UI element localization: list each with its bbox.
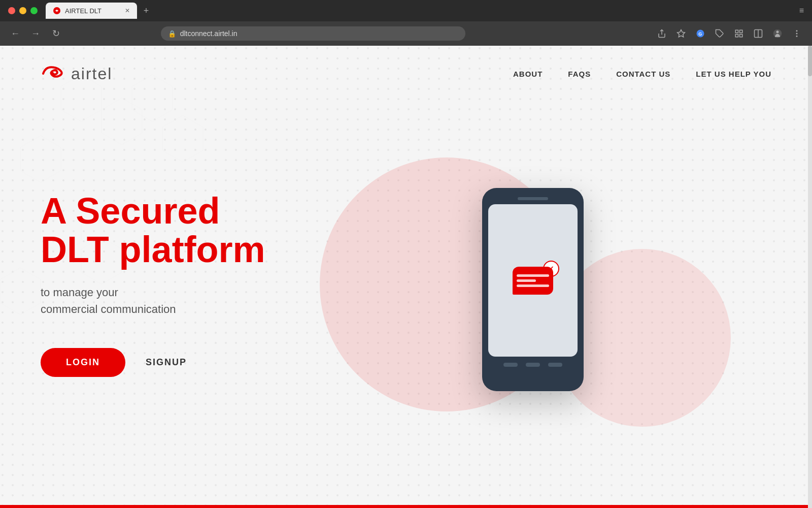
phone-outer: ✓ bbox=[482, 188, 584, 391]
forward-button[interactable]: → bbox=[28, 26, 43, 41]
hero-section: A Secured DLT platform to manage your co… bbox=[0, 102, 812, 457]
svg-rect-7 bbox=[739, 30, 742, 33]
phone-btn-2 bbox=[526, 363, 540, 367]
extension-g-icon[interactable]: G bbox=[693, 26, 707, 41]
minimize-button[interactable] bbox=[19, 7, 26, 14]
svg-point-13 bbox=[776, 30, 779, 33]
share-icon[interactable] bbox=[655, 26, 669, 41]
phone-screen: ✓ bbox=[488, 204, 578, 357]
phone-bottom-buttons bbox=[488, 363, 578, 367]
new-tab-icon: + bbox=[144, 6, 149, 16]
browser-actions: G bbox=[655, 26, 804, 41]
reload-icon: ↻ bbox=[52, 28, 60, 39]
lock-icon: 🔒 bbox=[168, 30, 176, 38]
message-icon-group: ✓ bbox=[513, 267, 553, 295]
hero-content: A Secured DLT platform to manage your co… bbox=[41, 192, 294, 377]
svg-rect-9 bbox=[739, 35, 742, 37]
hero-subtitle: to manage your commercial communication bbox=[41, 284, 294, 318]
svg-marker-2 bbox=[677, 30, 685, 37]
address-bar-input-wrap[interactable]: 🔒 dltconnect.airtel.in bbox=[161, 26, 465, 41]
hero-title-line1: A Secured bbox=[41, 190, 220, 231]
nav-faqs[interactable]: FAQs bbox=[568, 70, 591, 78]
logo-text: airtel bbox=[71, 65, 112, 83]
hero-visual: ✓ bbox=[294, 132, 771, 437]
msg-line-1 bbox=[517, 274, 549, 277]
tab-list-icon: ≡ bbox=[799, 6, 804, 15]
browser-chrome: AIRTEL DLT ✕ + ≡ ← → ↻ 🔒 dltconnect.airt… bbox=[0, 0, 812, 46]
site-nav: ABOUT FAQs CONTACT US LET US HELP YOU bbox=[513, 70, 771, 78]
phone-speaker bbox=[518, 197, 548, 200]
msg-line-3 bbox=[517, 284, 549, 287]
svg-text:G: G bbox=[698, 31, 702, 37]
phone-icon-wrap: ✓ bbox=[513, 267, 553, 295]
red-bottom-bar bbox=[0, 505, 812, 508]
nav-contact-us[interactable]: CONTACT US bbox=[616, 70, 670, 78]
profile-icon[interactable] bbox=[770, 26, 785, 41]
extension-icon[interactable] bbox=[713, 26, 727, 41]
svg-rect-6 bbox=[735, 30, 738, 33]
phone-mockup: ✓ bbox=[482, 188, 584, 391]
login-button[interactable]: LOGIN bbox=[41, 348, 125, 377]
menu-icon[interactable] bbox=[790, 26, 804, 41]
nav-about[interactable]: ABOUT bbox=[513, 70, 543, 78]
site-header: airtel ABOUT FAQs CONTACT US LET US HELP… bbox=[0, 46, 812, 102]
maximize-button[interactable] bbox=[30, 7, 38, 14]
tab-close-icon[interactable]: ✕ bbox=[125, 7, 130, 14]
tab-label: AIRTEL DLT bbox=[65, 7, 101, 15]
message-bubble bbox=[513, 267, 553, 295]
close-button[interactable] bbox=[8, 7, 15, 14]
hero-title-line2: DLT platform bbox=[41, 229, 265, 270]
active-tab[interactable]: AIRTEL DLT ✕ bbox=[46, 3, 137, 19]
grid-icon[interactable] bbox=[732, 26, 746, 41]
logo-wrap: airtel bbox=[41, 61, 112, 86]
address-bar: ← → ↻ 🔒 dltconnect.airtel.in bbox=[0, 21, 812, 46]
title-bar: AIRTEL DLT ✕ + ≡ bbox=[0, 0, 812, 21]
scrollbar[interactable] bbox=[808, 46, 812, 508]
forward-icon: → bbox=[31, 28, 40, 39]
tab-bar: AIRTEL DLT ✕ + ≡ bbox=[46, 3, 804, 19]
hero-actions: LOGIN SIGNUP bbox=[41, 348, 294, 377]
reload-button[interactable]: ↻ bbox=[49, 26, 63, 41]
tab-list-button[interactable]: ≡ bbox=[799, 6, 804, 15]
hero-subtitle-line1: to manage your bbox=[41, 286, 118, 299]
svg-rect-8 bbox=[735, 35, 738, 37]
message-lines bbox=[517, 274, 549, 287]
tab-favicon bbox=[53, 7, 61, 15]
svg-point-16 bbox=[796, 36, 797, 37]
new-tab-button[interactable]: + bbox=[139, 4, 153, 18]
window-controls bbox=[8, 7, 38, 14]
signup-button[interactable]: SIGNUP bbox=[146, 357, 187, 368]
back-icon: ← bbox=[11, 28, 20, 39]
hero-title: A Secured DLT platform bbox=[41, 192, 294, 269]
msg-line-2 bbox=[517, 279, 536, 282]
phone-btn-1 bbox=[503, 363, 518, 367]
back-button[interactable]: ← bbox=[8, 26, 22, 41]
nav-let-us-help[interactable]: LET US HELP YOU bbox=[696, 70, 771, 78]
airtel-logo[interactable]: airtel bbox=[41, 61, 112, 86]
hero-subtitle-line2: commercial communication bbox=[41, 303, 176, 315]
website-content: airtel ABOUT FAQs CONTACT US LET US HELP… bbox=[0, 46, 812, 508]
bookmark-icon[interactable] bbox=[674, 26, 688, 41]
svg-point-14 bbox=[796, 30, 797, 31]
phone-btn-3 bbox=[548, 363, 562, 367]
address-text: dltconnect.airtel.in bbox=[180, 29, 458, 38]
svg-point-15 bbox=[796, 33, 797, 34]
split-view-icon[interactable] bbox=[751, 26, 765, 41]
